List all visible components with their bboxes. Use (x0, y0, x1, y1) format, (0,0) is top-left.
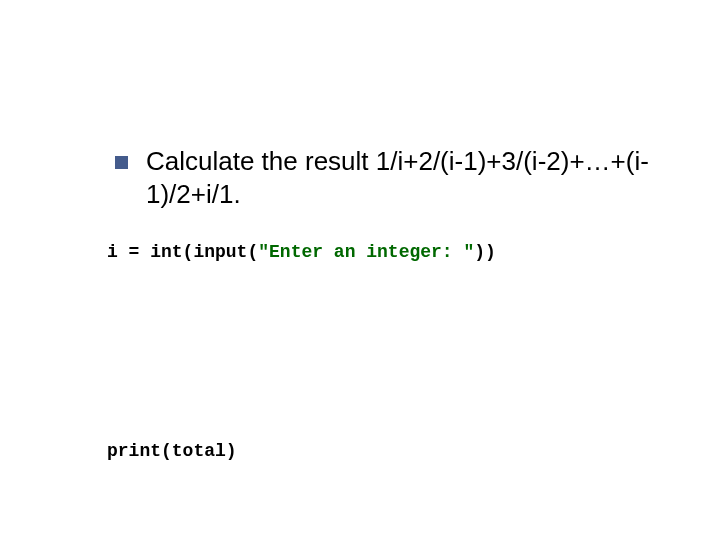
code-line-1: i = int(input("Enter an integer: ")) (107, 240, 496, 264)
code-prefix: i = int(input( (107, 242, 258, 262)
code-line-2: print(total) (107, 439, 496, 463)
code-block: i = int(input("Enter an integer: ")) pri… (107, 240, 496, 464)
bullet-item: Calculate the result 1/i+2/(i-1)+3/(i-2)… (115, 145, 655, 212)
bullet-text: Calculate the result 1/i+2/(i-1)+3/(i-2)… (146, 145, 655, 212)
code-suffix: )) (474, 242, 496, 262)
code-string-literal: "Enter an integer: " (258, 242, 474, 262)
bullet-list: Calculate the result 1/i+2/(i-1)+3/(i-2)… (115, 145, 655, 212)
square-bullet-icon (115, 156, 128, 169)
